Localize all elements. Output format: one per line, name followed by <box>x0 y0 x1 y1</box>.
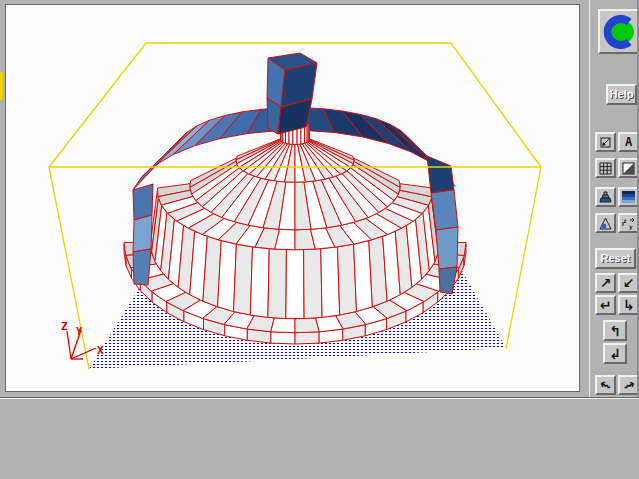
rotate-ne-button[interactable]: ↗ <box>595 273 616 293</box>
control-panel: VR Editor - CORE30 DRILL drill_6 Domain … <box>0 397 639 479</box>
grid-icon[interactable] <box>595 158 616 178</box>
wave-right-button[interactable]: ⇝ <box>618 375 639 395</box>
curved-arrow-right-icon: ↳ <box>623 298 635 312</box>
cone-marker-icon[interactable] <box>595 213 616 233</box>
toolbar-sidebar: Help A zy Reset ↗ ↙ ↵ ↳ ↰ ↲ ⇜ ⇝ <box>589 0 639 397</box>
svg-text:z: z <box>623 217 627 224</box>
wave-arrow-right-icon: ⇝ <box>620 376 637 394</box>
axis-values-icon[interactable]: zy <box>618 213 639 233</box>
half-shade-icon[interactable] <box>618 158 639 178</box>
svg-text:y: y <box>629 223 633 230</box>
core-cylinder-object <box>124 123 466 344</box>
text-tool-icon[interactable]: A <box>618 132 639 152</box>
turn-down-icon: ↲ <box>609 347 621 361</box>
vr-editor-window: Z Y X Help A <box>0 0 639 479</box>
turn-down-button[interactable]: ↲ <box>603 343 627 364</box>
reset-view-button[interactable]: Reset <box>595 248 636 269</box>
curved-arrow-left-icon: ↵ <box>600 298 612 312</box>
rotate-sw-button[interactable]: ↙ <box>618 273 639 293</box>
app-logo-button[interactable] <box>598 9 639 54</box>
axis-x-label: X <box>97 344 104 357</box>
layer-cone-icon[interactable] <box>595 187 616 207</box>
control-panel-surface <box>0 398 639 479</box>
turn-up-button[interactable]: ↰ <box>603 320 627 341</box>
wave-arrow-left-icon: ⇜ <box>597 376 614 394</box>
blue-gradient-icon[interactable] <box>618 187 639 207</box>
rotate-left-button[interactable]: ↵ <box>595 295 616 315</box>
rotate-right-button[interactable]: ↳ <box>618 295 639 315</box>
arrow-ne-icon: ↗ <box>600 276 612 290</box>
scene-canvas: Z Y X <box>6 5 579 391</box>
wave-left-button[interactable]: ⇜ <box>595 375 616 395</box>
help-button[interactable]: Help <box>606 84 637 105</box>
frame-yellow-mark <box>0 72 3 100</box>
viewport-3d[interactable]: Z Y X <box>5 4 580 392</box>
turn-up-icon: ↰ <box>609 324 621 338</box>
arrow-sw-icon: ↙ <box>623 276 635 290</box>
select-mesh-icon[interactable] <box>595 132 616 152</box>
core-logo-icon <box>602 14 636 50</box>
